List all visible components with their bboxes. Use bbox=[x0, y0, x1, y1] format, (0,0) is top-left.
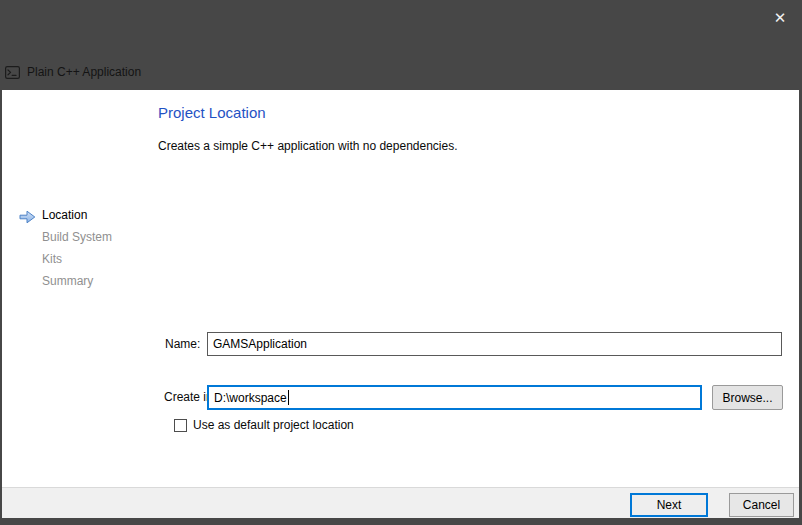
browse-button[interactable]: Browse... bbox=[712, 385, 783, 410]
default-location-checkbox[interactable] bbox=[174, 419, 187, 432]
wizard-dialog: ✕ Plain C++ Application Location Build S… bbox=[0, 0, 802, 525]
step-list: Location Build System Kits Summary bbox=[42, 204, 112, 292]
create-in-input[interactable]: D:\workspace bbox=[207, 385, 702, 410]
wizard-header: ✕ Plain C++ Application bbox=[0, 0, 802, 90]
name-input[interactable]: GAMSApplication bbox=[207, 332, 782, 356]
step-summary[interactable]: Summary bbox=[42, 270, 112, 292]
page-title: Project Location bbox=[158, 104, 266, 121]
text-caret bbox=[288, 390, 289, 405]
cancel-button[interactable]: Cancel bbox=[729, 493, 794, 517]
wizard-title: Plain C++ Application bbox=[27, 65, 141, 79]
step-build-system[interactable]: Build System bbox=[42, 226, 112, 248]
next-button[interactable]: Next bbox=[630, 493, 708, 517]
name-input-value: GAMSApplication bbox=[213, 337, 307, 351]
window-border-left bbox=[0, 0, 2, 525]
close-icon[interactable]: ✕ bbox=[766, 4, 794, 30]
step-location[interactable]: Location bbox=[42, 204, 112, 226]
default-location-row: Use as default project location bbox=[174, 418, 354, 432]
window-footer-bar bbox=[0, 518, 802, 525]
create-in-input-value: D:\workspace bbox=[214, 391, 287, 405]
name-label: Name: bbox=[165, 337, 200, 351]
terminal-icon bbox=[5, 66, 20, 79]
wizard-banner: Plain C++ Application bbox=[5, 65, 141, 79]
dialog-button-strip: Next Cancel bbox=[0, 487, 802, 518]
page-description: Creates a simple C++ application with no… bbox=[158, 139, 458, 153]
step-kits[interactable]: Kits bbox=[42, 248, 112, 270]
current-step-arrow-icon bbox=[19, 210, 36, 224]
default-location-label[interactable]: Use as default project location bbox=[193, 418, 354, 432]
